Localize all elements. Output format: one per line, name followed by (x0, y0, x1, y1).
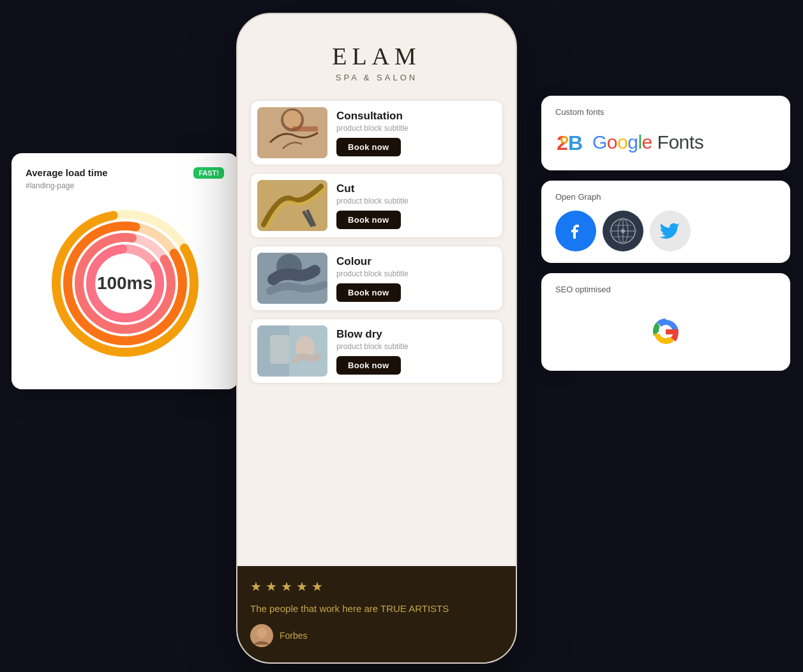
feature-cards: Custom fonts 2 B Google Fonts Open Graph (541, 96, 790, 371)
load-time-card: Average load time FAST! #landing-page 10… (11, 153, 238, 389)
cut-book-button[interactable]: Book now (336, 211, 401, 229)
svg-rect-20 (270, 335, 289, 364)
consultation-book-button[interactable]: Book now (336, 138, 401, 156)
load-subtitle: #landing-page (26, 181, 224, 190)
reviewer-avatar (250, 624, 273, 647)
load-card-header: Average load time FAST! (26, 167, 224, 179)
service-card-colour: Colour product block subtitle Book now (250, 246, 503, 311)
phone-body: ELAM SPA & SALON (236, 13, 517, 664)
colour-name: Colour (336, 255, 493, 268)
custom-fonts-card: Custom fonts 2 B Google Fonts (541, 96, 790, 170)
custom-fonts-content: 2 B Google Fonts (555, 126, 776, 159)
svg-point-22 (257, 628, 267, 638)
phone-header: ELAM SPA & SALON (237, 14, 516, 94)
blowdry-info: Blow dry product block subtitle Book now (336, 328, 493, 375)
services-list: Consultation product block subtitle Book… (237, 94, 516, 566)
reviewer-name: Forbes (280, 631, 308, 641)
service-card-consultation: Consultation product block subtitle Book… (250, 100, 503, 165)
load-title: Average load time (26, 167, 108, 178)
google-g-icon (643, 308, 689, 354)
seo-content (555, 303, 776, 359)
seo-card: SEO optimised (541, 273, 790, 371)
google-fonts-icon: 2 B (555, 128, 583, 156)
star-2: ★ (266, 579, 277, 594)
star-1: ★ (250, 579, 262, 594)
salon-brand: ELAM (250, 42, 503, 70)
salon-tagline: SPA & SALON (250, 73, 503, 82)
open-graph-icons (555, 211, 776, 251)
consultation-name: Consultation (336, 110, 493, 123)
colour-subtitle: product block subtitle (336, 269, 493, 278)
donut-chart-wrapper: 100ms (26, 200, 224, 366)
load-value: 100ms (97, 273, 153, 294)
stars-row: ★ ★ ★ ★ ★ (250, 579, 503, 594)
facebook-icon (555, 211, 596, 251)
svg-point-10 (283, 110, 301, 128)
blowdry-image (257, 325, 327, 377)
colour-image (257, 253, 327, 304)
blowdry-book-button[interactable]: Book now (336, 356, 401, 375)
blowdry-name: Blow dry (336, 328, 493, 341)
svg-point-27 (562, 138, 566, 142)
blowdry-subtitle: product block subtitle (336, 342, 493, 351)
reviewer-row: Forbes (250, 624, 503, 647)
globe-icon (603, 211, 643, 251)
review-text: The people that work here are TRUE ARTIS… (250, 602, 503, 615)
review-section: ★ ★ ★ ★ ★ The people that work here are … (237, 566, 516, 662)
consultation-image (257, 107, 327, 158)
colour-book-button[interactable]: Book now (336, 283, 401, 302)
custom-fonts-label: Custom fonts (555, 107, 776, 117)
open-graph-label: Open Graph (555, 192, 776, 202)
google-fonts-text: Google Fonts (592, 131, 703, 153)
cut-subtitle: product block subtitle (336, 197, 493, 205)
svg-text:B: B (568, 131, 583, 154)
consultation-info: Consultation product block subtitle Book… (336, 110, 493, 156)
scene: Average load time FAST! #landing-page 10… (0, 0, 803, 672)
svg-point-33 (621, 229, 625, 233)
colour-info: Colour product block subtitle Book now (336, 255, 493, 302)
service-card-cut: Cut product block subtitle Book now (250, 173, 503, 238)
cut-image (257, 180, 327, 231)
seo-label: SEO optimised (555, 285, 776, 294)
svg-rect-11 (292, 126, 318, 131)
twitter-icon (650, 211, 691, 251)
fast-badge: FAST! (193, 167, 224, 179)
phone-mockup: ELAM SPA & SALON (236, 13, 517, 664)
open-graph-card: Open Graph (541, 181, 790, 263)
consultation-subtitle: product block subtitle (336, 124, 493, 133)
donut-center: 100ms (97, 273, 153, 294)
service-card-blowdry: Blow dry product block subtitle Book now (250, 318, 503, 384)
star-4: ★ (296, 579, 308, 594)
cut-info: Cut product block subtitle Book now (336, 183, 493, 229)
star-3: ★ (281, 579, 292, 594)
cut-name: Cut (336, 183, 493, 195)
star-5: ★ (311, 579, 323, 594)
